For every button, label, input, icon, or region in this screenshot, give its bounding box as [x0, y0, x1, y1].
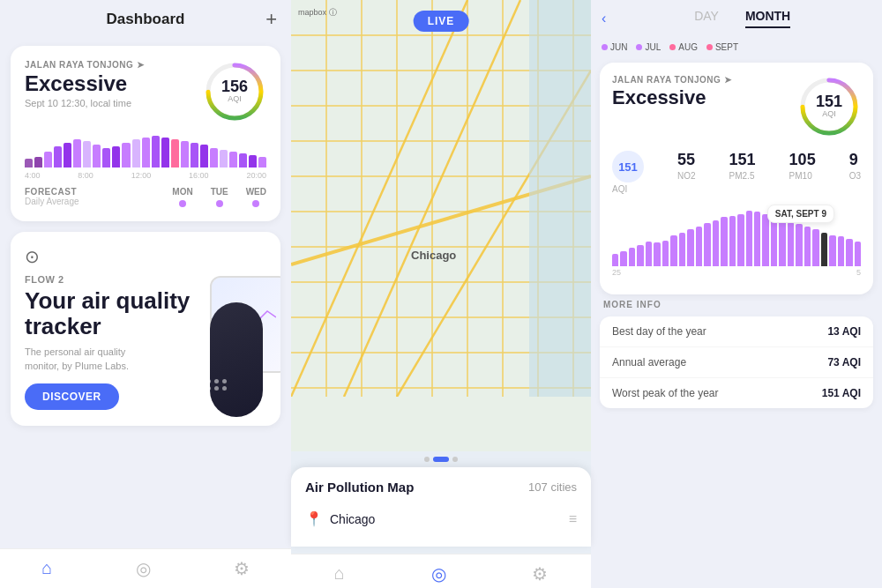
back-button[interactable]: ‹ — [602, 11, 606, 26]
legend-strip: JUN JUL AUG SEPT — [591, 37, 882, 57]
mini-bar-16 — [746, 211, 752, 266]
forecast-day-label: WED — [246, 187, 266, 197]
metric-item: 105 PM10 — [789, 151, 816, 194]
more-info-title: MORE INFO — [600, 300, 873, 309]
bar-3 — [54, 146, 62, 167]
bar-23 — [249, 155, 257, 167]
add-button[interactable]: + — [265, 8, 277, 31]
time-label: 4:00 — [25, 171, 41, 180]
mini-bar-21 — [788, 222, 794, 266]
mini-bar-24 — [812, 229, 818, 266]
location-menu-icon[interactable]: ≡ — [569, 511, 577, 527]
middle-nav-home-icon[interactable]: ⌂ — [334, 563, 345, 584]
bar-14 — [161, 138, 169, 167]
forecast-day: MON — [172, 187, 192, 207]
middle-nav-settings-icon[interactable]: ⚙ — [532, 563, 548, 584]
bar-11 — [132, 139, 140, 167]
more-info-label: Best day of the year — [612, 325, 706, 338]
bar-0 — [25, 159, 33, 167]
aq-time: Sept 10 12:30, local time — [25, 98, 145, 108]
mini-bar-29 — [855, 242, 861, 266]
metrics-row: 151 AQI 55 NO2 151 PM2.5 105 PM10 9 O3 — [612, 151, 861, 194]
bar-9 — [112, 146, 120, 167]
tab-day[interactable]: DAY — [694, 9, 719, 28]
aqi-label: AQI — [221, 94, 248, 103]
bar-13 — [152, 136, 160, 167]
mini-bar-25 — [821, 233, 827, 267]
bar-5 — [73, 139, 81, 167]
chart-label: 25 — [612, 268, 621, 277]
tab-month[interactable]: MONTH — [745, 9, 790, 28]
bar-4 — [64, 143, 71, 167]
chart-label: 5 — [856, 268, 861, 277]
metric-item: 151 AQI — [612, 151, 644, 194]
aq-bar-chart — [25, 132, 266, 167]
legend-dot — [602, 44, 608, 50]
map-bottom-header: Air Pollution Map 107 cities — [305, 480, 577, 495]
mini-bar-14 — [729, 216, 736, 266]
more-info-value: 151 AQI — [822, 387, 861, 399]
left-header: Dashboard + — [0, 0, 291, 39]
mini-bar-8 — [679, 233, 685, 267]
mini-bar-27 — [838, 236, 844, 266]
legend-dot — [636, 44, 642, 50]
right-header: ‹ DAYMONTH — [591, 0, 882, 37]
chart-tooltip: SAT, SEPT 9 — [767, 205, 834, 223]
bar-2 — [44, 152, 52, 167]
right-gauge-text: 151 AQI — [816, 93, 842, 118]
middle-bottom-nav: ⌂ ◎ ⚙ — [291, 554, 591, 588]
more-info-card: Best day of the year 13 AQI Annual avera… — [600, 316, 873, 408]
mini-bar-11 — [704, 223, 710, 266]
metric-value: 151 — [729, 151, 756, 169]
nav-location-icon[interactable]: ◎ — [136, 558, 151, 579]
map-attribution: mapbox ⓘ — [298, 7, 337, 19]
discover-button[interactable]: DISCOVER — [25, 383, 119, 410]
more-info-section: MORE INFO Best day of the year 13 AQI An… — [600, 300, 873, 408]
metric-value: 105 — [789, 151, 816, 169]
detail-status: Excessive — [612, 86, 732, 109]
mini-bar-20 — [779, 220, 785, 267]
bar-19 — [210, 148, 218, 167]
mini-bar-17 — [754, 212, 760, 266]
legend-label: JUL — [645, 42, 661, 52]
forecast-day: WED — [246, 187, 266, 207]
forecast-dot — [179, 200, 186, 207]
mini-bar-13 — [721, 217, 727, 266]
map-location-row[interactable]: 📍 Chicago ≡ — [305, 503, 577, 534]
mini-bar-1 — [620, 251, 626, 267]
bar-1 — [34, 157, 42, 167]
bar-15 — [171, 139, 179, 167]
nav-settings-icon[interactable]: ⚙ — [234, 558, 250, 579]
mini-bar-6 — [662, 241, 669, 266]
middle-nav-location-icon[interactable]: ◎ — [431, 563, 446, 584]
live-badge: LIVE — [414, 11, 469, 32]
map-title: Air Pollution Map — [305, 480, 414, 495]
mini-bar-0 — [612, 254, 618, 266]
metric-value: 55 — [677, 151, 695, 169]
time-label: 20:00 — [246, 171, 266, 180]
mini-bar-7 — [670, 235, 676, 266]
mini-bar-28 — [846, 239, 852, 267]
legend-item: JUN — [602, 42, 627, 52]
more-info-value: 73 AQI — [827, 356, 861, 368]
bar-22 — [239, 153, 247, 167]
nav-home-icon[interactable]: ⌂ — [41, 558, 52, 579]
bar-8 — [102, 148, 110, 167]
aqi-gauge: 156 AQI — [203, 60, 266, 123]
metric-value: 9 — [849, 151, 858, 169]
right-tabs: DAYMONTH — [613, 9, 871, 28]
map-area[interactable]: mapbox ⓘ LIVE Chicago — [291, 0, 591, 451]
mini-bar-23 — [804, 227, 811, 267]
bar-7 — [93, 145, 101, 167]
left-panel: Dashboard + JALAN RAYA TONJONG ➤ Excessi… — [0, 0, 291, 588]
right-panel: ‹ DAYMONTH JUN JUL AUG SEPT JALAN RAYA T… — [591, 0, 882, 588]
mini-chart-labels: 255 — [612, 268, 861, 277]
legend-item: JUL — [636, 42, 661, 52]
legend-dot — [706, 44, 713, 50]
mini-bar-3 — [637, 245, 643, 267]
left-bottom-nav: ⌂ ◎ ⚙ — [0, 548, 291, 588]
bar-17 — [191, 143, 198, 167]
bar-18 — [200, 145, 208, 167]
scroll-dot-2 — [433, 457, 449, 462]
mini-bar-9 — [687, 229, 693, 266]
